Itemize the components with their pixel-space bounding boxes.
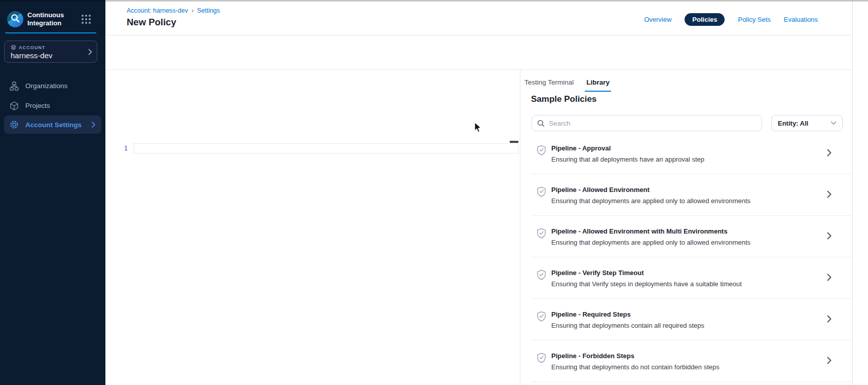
policy-top-nav: Overview Policies Policy Sets Evaluation… <box>644 13 818 26</box>
sidebar-accent-divider <box>5 32 96 33</box>
chevron-right-icon <box>827 274 832 281</box>
breadcrumb-settings-link[interactable]: Settings <box>197 7 220 14</box>
policy-description: Ensuring that deployments are applied on… <box>551 197 750 205</box>
sidebar-item-account-settings[interactable]: Account Settings <box>4 115 101 134</box>
sidebar-item-label: Account Settings <box>25 121 82 129</box>
policy-title: Pipeline - Approval <box>551 144 704 152</box>
chevron-right-icon <box>827 357 832 364</box>
editor-current-line <box>134 143 518 153</box>
chevron-right-icon <box>92 122 95 128</box>
policy-description: Ensuring that deployments contain all re… <box>551 322 704 329</box>
tab-library[interactable]: Library <box>585 79 611 92</box>
policy-description: Ensuring that all deployments have an ap… <box>551 156 704 163</box>
tab-policy-sets[interactable]: Policy Sets <box>738 16 770 23</box>
policy-description: Ensuring that deployments are applied on… <box>551 239 750 246</box>
entity-filter-select[interactable]: Entity: All <box>771 115 843 131</box>
policy-row-approval[interactable]: Pipeline - ApprovalEnsuring that all dep… <box>532 133 852 174</box>
breadcrumb-account-link[interactable]: Account: harness-dev <box>127 7 188 14</box>
tab-policies-active[interactable]: Policies <box>685 13 725 26</box>
policy-row-allowed-environment[interactable]: Pipeline - Allowed EnvironmentEnsuring t… <box>532 174 852 216</box>
chevron-right-icon <box>827 149 832 157</box>
breadcrumb-separator: › <box>192 7 194 14</box>
policy-toolbar: opa-for-variables Create Policy AI Save <box>105 35 852 70</box>
policy-title: Pipeline - Forbidden Steps <box>551 352 720 360</box>
editor-overview-ruler-mark <box>510 141 518 143</box>
policy-row-forbidden-steps[interactable]: Pipeline - Forbidden StepsEnsuring that … <box>532 340 852 382</box>
search-input[interactable] <box>549 120 757 127</box>
sidebar-item-label: Organizations <box>25 82 67 90</box>
harness-policy-page: Continuous Integration ACCOUNT harness <box>0 0 868 385</box>
cube-icon <box>9 101 19 110</box>
account-selector[interactable]: ACCOUNT harness-dev <box>4 41 97 63</box>
breadcrumb: Account: harness-dev › Settings <box>127 7 220 14</box>
sample-policies-heading: Sample Policies <box>531 94 596 104</box>
policy-description: Ensuring that Verify steps in deployment… <box>551 280 742 288</box>
policy-search <box>532 115 762 131</box>
app-title: Continuous Integration <box>27 11 78 27</box>
account-stack-icon <box>11 45 16 50</box>
sidebar-item-projects[interactable]: Projects <box>0 96 105 115</box>
sidebar: Continuous Integration ACCOUNT harness <box>0 0 105 385</box>
window-top-edge <box>0 0 868 2</box>
sidebar-item-label: Projects <box>25 102 50 109</box>
policy-row-verify-step-timeout[interactable]: Pipeline - Verify Step TimeoutEnsuring t… <box>532 257 852 299</box>
chevron-right-icon <box>88 49 92 55</box>
shield-check-icon <box>537 270 546 280</box>
library-panel: Testing Terminal Library Test Sample Pol… <box>520 70 852 385</box>
shield-check-icon <box>537 353 546 363</box>
account-name: harness-dev <box>11 51 53 60</box>
chevron-right-icon <box>827 190 832 198</box>
policy-title: Pipeline - Allowed Environment with Mult… <box>551 227 750 235</box>
page-title: New Policy <box>127 17 176 28</box>
shield-check-icon <box>537 186 546 197</box>
org-chart-icon <box>9 81 19 91</box>
panel-tabs: Testing Terminal Library <box>524 79 611 92</box>
policy-row-required-steps[interactable]: Pipeline - Required StepsEnsuring that d… <box>532 299 852 340</box>
policy-row-allowed-environment-multi[interactable]: Pipeline - Allowed Environment with Mult… <box>532 216 852 257</box>
editor-line-number: 1 <box>117 144 128 152</box>
search-icon <box>537 120 545 127</box>
gear-icon <box>9 120 19 130</box>
sidebar-nav: Organizations Projects A <box>0 76 105 134</box>
shield-check-icon <box>537 145 546 156</box>
policy-title: Pipeline - Required Steps <box>551 311 704 318</box>
right-rail <box>852 0 868 385</box>
main-content: Account: harness-dev › Settings New Poli… <box>105 0 852 385</box>
shield-check-icon <box>537 228 546 239</box>
module-grid-icon[interactable] <box>81 14 92 25</box>
tab-testing-terminal[interactable]: Testing Terminal <box>524 79 574 92</box>
page-header: Account: harness-dev › Settings New Poli… <box>105 0 852 35</box>
chevron-right-icon <box>827 315 832 323</box>
entity-filter-value: Entity: All <box>778 120 808 127</box>
policy-title: Pipeline - Allowed Environment <box>551 186 750 194</box>
sample-policy-list: Pipeline - ApprovalEnsuring that all dep… <box>532 133 852 382</box>
policy-title: Pipeline - Verify Step Timeout <box>551 269 742 277</box>
sidebar-header: Continuous Integration <box>0 9 105 31</box>
account-label: ACCOUNT <box>19 45 46 50</box>
chevron-right-icon <box>827 232 832 240</box>
policy-code-editor[interactable]: 1 <box>105 70 520 385</box>
chevron-down-icon <box>831 121 837 125</box>
policy-description: Ensuring that deployments do not contain… <box>551 363 720 371</box>
shield-check-icon <box>537 311 546 322</box>
tab-overview[interactable]: Overview <box>644 16 671 23</box>
tab-evaluations[interactable]: Evaluations <box>784 16 818 23</box>
harness-ci-logo-icon <box>6 10 24 28</box>
sidebar-item-organizations[interactable]: Organizations <box>0 76 105 96</box>
